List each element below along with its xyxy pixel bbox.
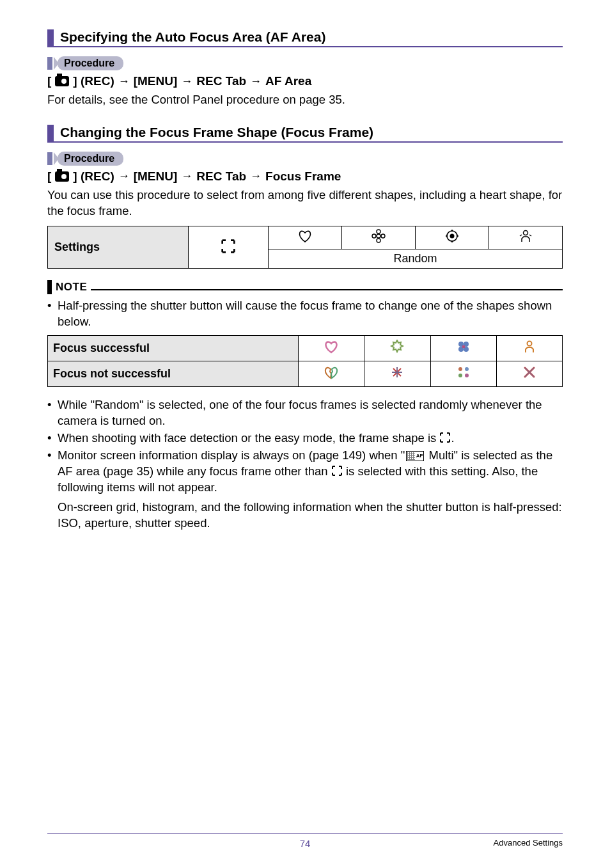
heart-fail-icon: [299, 361, 364, 386]
path-rec: ] (REC): [73, 74, 114, 88]
shape-person-icon: [489, 226, 563, 249]
brackets-icon: [331, 465, 343, 477]
settings-random: Random: [269, 249, 563, 268]
flower-success-icon: [364, 335, 430, 361]
path-focus-frame: Focus Frame: [265, 170, 341, 184]
path-menu: [MENU]: [134, 170, 178, 184]
arrow-icon: →: [118, 170, 130, 183]
procedure-pill-text: Procedure: [58, 152, 123, 166]
bullet-text-pre: When shooting with face detection or the…: [58, 431, 439, 445]
page-footer: 74 Advanced Settings: [47, 833, 563, 849]
af-area-body: For details, see the Control Panel proce…: [47, 92, 563, 108]
shape-heart-icon: [269, 226, 342, 249]
focus-frame-intro: You can use this procedure to select fro…: [47, 187, 563, 219]
focus-successful-label: Focus successful: [48, 335, 299, 361]
camera-icon: [55, 76, 69, 86]
multi-af-icon: [406, 451, 424, 461]
bullet-text-pre: Monitor screen information display is al…: [58, 448, 405, 462]
section-heading-focus-frame: Changing the Focus Frame Shape (Focus Fr…: [47, 125, 563, 143]
arrow-icon: →: [118, 75, 130, 88]
settings-table: Settings Random: [47, 226, 563, 269]
menu-path-af-area: [] (REC) → [MENU] → REC Tab → AF Area: [47, 74, 563, 88]
heading-title: Specifying the Auto Focus Area (AF Area): [60, 29, 325, 46]
heading-accent-bar: [47, 125, 54, 141]
arrow-icon: →: [181, 170, 192, 183]
shape-ring-icon: [416, 226, 489, 249]
table-row: Focus successful: [48, 335, 563, 361]
bullet-random: While "Random" is selected, one of the f…: [47, 397, 563, 429]
path-bracket-open: [: [47, 74, 51, 88]
person-success-icon: [496, 335, 562, 361]
path-menu: [MENU]: [134, 74, 178, 88]
note-header: NOTE: [47, 280, 563, 294]
path-rec-tab: REC Tab: [196, 74, 246, 88]
note-label: NOTE: [56, 281, 87, 294]
path-af-area: AF Area: [265, 74, 311, 88]
flower-fail-icon: [364, 361, 430, 386]
focus-result-table: Focus successful Focus not successful: [47, 335, 563, 387]
bullet-text-post: .: [451, 431, 454, 445]
note-bullet-1: Half-pressing the shutter button will ca…: [47, 298, 563, 330]
procedure-label: Procedure: [47, 152, 563, 166]
camera-icon: [55, 171, 69, 182]
clover-success-icon: [430, 335, 496, 361]
arrow-icon: →: [181, 75, 192, 88]
bullet-face-detection: When shooting with face detection or the…: [47, 430, 563, 446]
table-row: Focus not successful: [48, 361, 563, 386]
shape-flower-icon: [342, 226, 416, 249]
arrow-icon: →: [250, 170, 262, 183]
footer-section: Advanced Settings: [494, 838, 563, 848]
bullet-monitor-info: Monitor screen information display is al…: [47, 448, 563, 496]
path-rec: ] (REC): [73, 170, 114, 184]
clover-fail-icon: [430, 361, 496, 386]
bullet-continuation: On-screen grid, histogram, and the follo…: [47, 500, 563, 532]
after-bullets: While "Random" is selected, one of the f…: [47, 397, 563, 496]
heading-accent-bar: [47, 29, 54, 46]
brackets-icon: [439, 432, 451, 443]
heading-title: Changing the Focus Frame Shape (Focus Fr…: [60, 125, 373, 141]
arrow-icon: →: [250, 75, 262, 88]
note-bullets: Half-pressing the shutter button will ca…: [47, 298, 563, 330]
settings-label: Settings: [48, 226, 189, 268]
shape-brackets-icon: [189, 226, 269, 268]
page-number: 74: [300, 838, 311, 849]
procedure-pill-text: Procedure: [58, 56, 123, 70]
path-rec-tab: REC Tab: [196, 170, 246, 184]
heart-success-icon: [299, 335, 364, 361]
procedure-label: Procedure: [47, 56, 563, 70]
menu-path-focus-frame: [] (REC) → [MENU] → REC Tab → Focus Fram…: [47, 170, 563, 184]
focus-not-successful-label: Focus not successful: [48, 361, 299, 386]
person-fail-icon: [496, 361, 562, 386]
path-bracket-open: [: [47, 170, 51, 184]
section-heading-af-area: Specifying the Auto Focus Area (AF Area): [47, 29, 563, 47]
